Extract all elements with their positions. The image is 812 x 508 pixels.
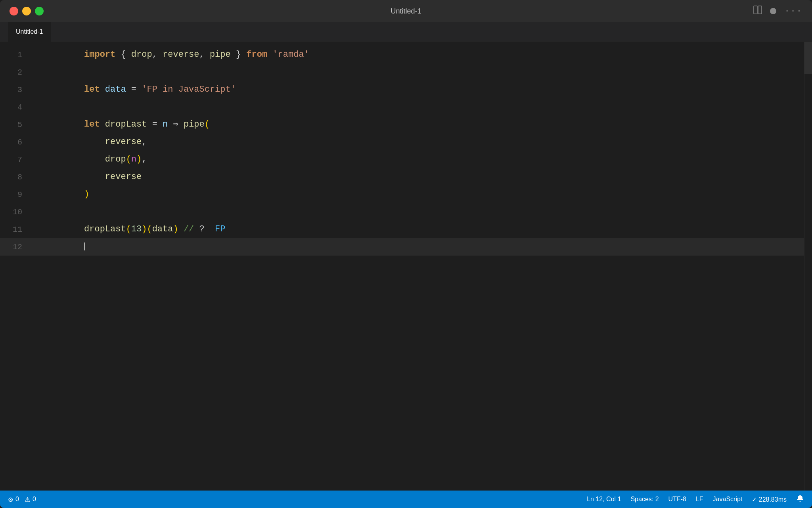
minimap-slider[interactable] xyxy=(804,42,812,74)
line-content-12 xyxy=(32,221,85,273)
line-number-12: 12 xyxy=(0,242,32,252)
status-bar: ⊗ 0 ⚠ 0 Ln 12, Col 1 Spaces: 2 UTF-8 LF … xyxy=(0,491,812,508)
line-number-9: 9 xyxy=(0,190,32,199)
window-title: Untitled-1 xyxy=(391,7,421,15)
line-number-5: 5 xyxy=(0,120,32,129)
error-count: 0 xyxy=(15,496,19,503)
tab-bar: Untitled-1 xyxy=(0,22,812,42)
line-number-1: 1 xyxy=(0,50,32,60)
status-spaces[interactable]: Spaces: 2 xyxy=(630,496,659,503)
more-options-icon[interactable]: ··· xyxy=(784,6,802,16)
editor-area: 1 import { drop, reverse, pipe } from 'r… xyxy=(0,42,812,491)
warning-icon: ⚠ xyxy=(25,496,30,503)
line-number-10: 10 xyxy=(0,208,32,217)
dirty-indicator xyxy=(770,8,776,14)
split-editor-icon[interactable] xyxy=(753,6,762,17)
status-notifications[interactable] xyxy=(796,495,804,504)
maximize-button[interactable] xyxy=(35,7,44,15)
code-line-8: 8 reverse xyxy=(0,168,804,186)
code-line-3: 3 let data = 'FP in JavaScript' xyxy=(0,81,804,98)
status-right: Ln 12, Col 1 Spaces: 2 UTF-8 LF JavaScri… xyxy=(587,495,804,504)
status-timing: ✓ 228.83ms xyxy=(752,496,787,503)
title-bar: Untitled-1 ··· xyxy=(0,0,812,22)
close-button[interactable] xyxy=(10,7,18,15)
line-number-8: 8 xyxy=(0,173,32,182)
status-encoding[interactable]: UTF-8 xyxy=(668,496,686,503)
text-cursor xyxy=(84,242,85,250)
window: Untitled-1 ··· Untitled-1 1 imp xyxy=(0,0,812,508)
status-eol[interactable]: LF xyxy=(696,496,703,503)
code-container[interactable]: 1 import { drop, reverse, pipe } from 'r… xyxy=(0,42,804,491)
status-position[interactable]: Ln 12, Col 1 xyxy=(587,496,621,503)
minimap[interactable] xyxy=(804,42,812,491)
tab-untitled[interactable]: Untitled-1 xyxy=(8,22,51,42)
code-line-11: 11 dropLast(13)(data) // ? FP xyxy=(0,221,804,238)
line-number-7: 7 xyxy=(0,155,32,164)
line-number-6: 6 xyxy=(0,138,32,147)
line-number-4: 4 xyxy=(0,103,32,112)
warning-count: 0 xyxy=(33,496,36,503)
keyword-import: import xyxy=(84,50,115,60)
tab-label: Untitled-1 xyxy=(16,28,43,35)
traffic-lights xyxy=(10,7,44,15)
svg-rect-1 xyxy=(758,6,762,14)
line-number-3: 3 xyxy=(0,85,32,94)
line-number-11: 11 xyxy=(0,225,32,234)
code-line-1: 1 import { drop, reverse, pipe } from 'r… xyxy=(0,46,804,64)
error-icon: ⊗ xyxy=(8,496,13,503)
status-left: ⊗ 0 ⚠ 0 xyxy=(8,496,36,503)
minimize-button[interactable] xyxy=(22,7,31,15)
title-bar-actions: ··· xyxy=(753,6,802,17)
status-language[interactable]: JavaScript xyxy=(713,496,743,503)
svg-rect-0 xyxy=(754,6,757,14)
line-number-2: 2 xyxy=(0,68,32,77)
status-errors[interactable]: ⊗ 0 ⚠ 0 xyxy=(8,496,36,503)
